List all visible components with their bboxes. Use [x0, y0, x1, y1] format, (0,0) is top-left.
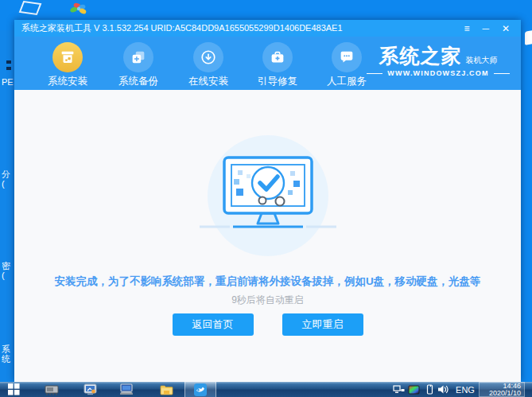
installer-window: 系统之家装机工具 V 3.1.532.254 URID:A5C84DD9A165… — [14, 20, 521, 382]
start-button[interactable] — [3, 382, 24, 397]
background-edge-shape — [525, 30, 532, 45]
nav-label: 系统安装 — [36, 75, 99, 88]
network-tray-icon[interactable] — [391, 382, 406, 397]
minimize-icon[interactable]: ─ — [482, 24, 489, 33]
monitor-tool-app-icon[interactable] — [79, 382, 101, 397]
taskbar: ENG 14:46 2020/1/10 — [0, 382, 532, 397]
restart-countdown: 9秒后将自动重启 — [14, 294, 521, 307]
restart-now-button[interactable]: 立即重启 — [282, 313, 363, 336]
nav-item-system-backup[interactable]: 系统备份 — [107, 42, 170, 88]
nav-label: 系统备份 — [107, 75, 170, 88]
clock-date: 2020/1/10 — [480, 390, 524, 397]
nav-bar: 系统安装 系统备份 — [14, 37, 521, 90]
background-mark — [6, 67, 11, 70]
clock-tray[interactable]: 14:46 2020/1/10 — [479, 382, 525, 397]
volume-tray-icon[interactable] — [436, 382, 450, 397]
decorative-line — [367, 73, 382, 74]
success-monitor-illustration — [188, 134, 348, 264]
window-outline-icon[interactable] — [14, 0, 45, 19]
background-window-strip: PE 分 ( 密 ( 系统 — [0, 30, 14, 382]
brand-subtitle: 装机大师 — [466, 55, 498, 66]
decorative-line — [494, 73, 510, 74]
background-text-fragment: PE — [2, 77, 14, 87]
window-controls: ≡ ─ ✕ — [464, 24, 521, 33]
repair-kit-icon — [262, 42, 293, 72]
brand-logo: 系统之家 装机大师 WWW.WINDOWSZJ.COM — [367, 45, 510, 77]
completion-message: 安装完成，为了不影响系统部署，重启前请将外接设备拔掉，例如U盘，移动硬盘，光盘等 — [14, 274, 521, 289]
device-tray-icon[interactable] — [425, 382, 434, 397]
menu-icon[interactable]: ≡ — [464, 24, 469, 33]
titlebar[interactable]: 系统之家装机工具 V 3.1.532.254 URID:A5C84DD9A165… — [14, 20, 521, 37]
back-home-button[interactable]: 返回首页 — [173, 313, 254, 336]
background-mark — [6, 60, 11, 64]
display-color-tray-icon[interactable] — [406, 382, 421, 397]
installer-taskbar-button[interactable] — [184, 382, 216, 397]
brand-title: 系统之家 — [379, 45, 462, 66]
nav-item-boot-repair[interactable]: 引导修复 — [246, 42, 309, 88]
language-indicator[interactable]: ENG — [453, 382, 477, 397]
flower-logo-icon[interactable] — [68, 1, 89, 20]
chat-service-icon — [332, 42, 362, 72]
chip-app-icon[interactable] — [40, 382, 64, 397]
nav-label: 在线安装 — [177, 75, 240, 88]
nav-item-system-install[interactable]: 系统安装 — [36, 42, 99, 88]
background-text-fragment: 系统 — [2, 344, 14, 364]
background-text-fragment: 分 ( — [2, 169, 10, 189]
computer-app-icon[interactable] — [115, 382, 138, 397]
nav-item-online-install[interactable]: 在线安装 — [177, 42, 240, 88]
action-buttons: 返回首页 立即重启 — [14, 313, 521, 336]
folder-app-icon[interactable] — [156, 382, 177, 397]
nav-label: 引导修复 — [246, 75, 309, 88]
content-area: 安装完成，为了不影响系统部署，重启前请将外接设备拔掉，例如U盘，移动硬盘，光盘等… — [14, 90, 521, 382]
desktop: PE 分 ( 密 ( 系统 系统之家装机工具 V 3.1.532.254 URI… — [0, 0, 532, 397]
close-icon[interactable]: ✕ — [502, 24, 510, 33]
download-circle-icon — [193, 42, 223, 72]
window-title: 系统之家装机工具 V 3.1.532.254 URID:A5C84DD9A165… — [14, 22, 343, 34]
brand-website: WWW.WINDOWSZJ.COM — [387, 69, 488, 77]
install-box-icon — [52, 42, 83, 72]
backup-copies-icon — [123, 42, 153, 72]
background-text-fragment: 密 ( — [2, 261, 10, 280]
